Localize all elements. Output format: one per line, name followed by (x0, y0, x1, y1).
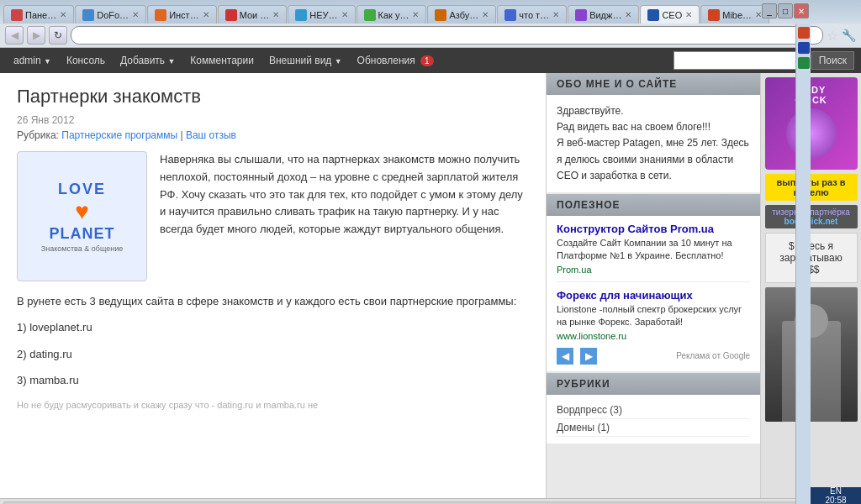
ad-next-button[interactable]: ▶ (580, 348, 597, 365)
post-lower-3: 2) dating.ru (17, 344, 529, 364)
ad-earn-content: $ Здесь язарабатываю $$$ (773, 240, 850, 276)
tab-8[interactable]: что т… ✕ (497, 5, 567, 24)
tab-close-9[interactable]: ✕ (625, 10, 631, 19)
sidebar: ОБО МНЕ И О САЙТЕ Здравствуйте.Рад видет… (546, 73, 760, 498)
close-button[interactable]: ✕ (794, 3, 809, 18)
ad-footer: ◀ ▶ Реклама от Google (557, 348, 750, 365)
tab-5[interactable]: НЕУ… ✕ (288, 5, 355, 24)
admin-menu-updates[interactable]: Обновления 1 (351, 51, 441, 70)
tab-2[interactable]: DoFo… ✕ (75, 5, 146, 24)
rubric-link-2[interactable]: Ваш отзыв (186, 129, 236, 141)
ad-link-1[interactable]: Конструктор Сайтов Prom.ua (557, 223, 750, 235)
extension-icon-1[interactable] (798, 27, 810, 39)
ad-link-2[interactable]: Форекс для начинающих (557, 289, 750, 302)
ad-tizer-brand: bodyclick.net (768, 217, 855, 226)
toolbar-search-area: Поиск (673, 51, 854, 70)
ad-person-figure (782, 321, 841, 422)
tab-close-4[interactable]: ✕ (272, 10, 279, 19)
admin-menu-appearance[interactable]: Внешний вид ▼ (262, 51, 349, 70)
browser-extensions-bar (795, 24, 811, 504)
sidebar-rubrics-title: РУБРИКИ (547, 373, 760, 395)
scroll-track[interactable] (3, 501, 858, 505)
sidebar-about-text: Здравствуйте.Рад видеть вас на своем бло… (557, 105, 749, 181)
extension-icon-2[interactable] (798, 42, 810, 54)
tab-11[interactable]: Mibe… ✕ (700, 5, 769, 24)
tab-close-10[interactable]: ✕ (685, 10, 692, 19)
rubric-link-1[interactable]: Партнерские программы (61, 129, 177, 141)
post-body-top: LOVE ♥ PLANET Знакомства & общение Навер… (17, 151, 529, 281)
tab-3[interactable]: Инст… ✕ (147, 5, 217, 24)
tab-4[interactable]: Мои … ✕ (218, 5, 288, 24)
ad-desc-2: Lionstone -полный спектр брокерских услу… (557, 303, 750, 329)
ad-url-1: Prom.ua (557, 265, 750, 275)
post-meta: Рубрика: Партнерские программы | Ваш отз… (17, 129, 529, 141)
tab-icon-2 (82, 9, 94, 21)
logo-bottom-text: PLANET (41, 225, 123, 243)
extension-icon-3[interactable] (798, 57, 810, 69)
ad-earn-text[interactable]: $ Здесь язарабатываю $$$ (765, 233, 858, 283)
ad-prev-button[interactable]: ◀ (557, 348, 573, 365)
sidebar-about-section: ОБО МНЕ И О САЙТЕ Здравствуйте.Рад видет… (547, 73, 760, 192)
post-title: Партнерки знакомств (17, 86, 529, 108)
toolbar-search-input[interactable] (673, 51, 808, 70)
tab-icon-11 (708, 9, 720, 21)
bodyclick-banner[interactable]: BODY CLICK (765, 77, 858, 170)
toolbar-search-button[interactable]: Поиск (811, 51, 854, 70)
updates-badge: 1 (420, 55, 434, 66)
admin-menu-add[interactable]: Добавить ▼ (114, 51, 182, 70)
tab-close-1[interactable]: ✕ (60, 10, 66, 19)
admin-menu-console[interactable]: Консоль (60, 51, 112, 70)
right-ad-column: BODY CLICK выплаты раз в неделю тизерная… (760, 73, 861, 498)
ad-google-label: Реклама от Google (676, 351, 750, 360)
tab-icon-3 (155, 9, 166, 21)
address-bar: ◀ ▶ ↻ seo.znaiy.ru ☆ 🔧 (0, 24, 861, 48)
ad-person-bg (765, 287, 858, 422)
tab-close-7[interactable]: ✕ (482, 10, 489, 19)
tab-icon-9 (575, 9, 587, 21)
tab-6[interactable]: Как у… ✕ (357, 5, 427, 24)
rubric-item-1[interactable]: Вордпресс (3) (557, 402, 750, 419)
tab-9[interactable]: Видж… ✕ (568, 5, 639, 24)
window-controls: _ □ ✕ (762, 0, 811, 18)
post-lower-1: В рунете есть 3 ведущих сайта в сфере зн… (17, 291, 529, 311)
logo-sub-text: Знакомства & общение (41, 244, 123, 253)
post-lower-content: В рунете есть 3 ведущих сайта в сфере зн… (17, 291, 529, 413)
tab-bar: Пане… ✕ DoFo… ✕ Инст… ✕ Мои … ✕ НЕУ… ✕ К… (0, 0, 861, 24)
appearance-dropdown-arrow: ▼ (335, 57, 342, 66)
settings-icon[interactable]: 🔧 (842, 29, 856, 42)
tab-close-8[interactable]: ✕ (552, 10, 559, 19)
ad-person-image[interactable] (765, 287, 858, 422)
tab-close-11[interactable]: ✕ (755, 10, 762, 19)
post-date: 26 Янв 2012 (17, 114, 529, 126)
tab-close-2[interactable]: ✕ (132, 10, 139, 19)
post-body-text: Наверняка вы слышали, что на партнерках … (160, 151, 529, 281)
tab-10[interactable]: CEO ✕ (640, 5, 700, 24)
address-input[interactable]: seo.znaiy.ru (71, 26, 823, 45)
refresh-button[interactable]: ↻ (49, 26, 67, 45)
minimize-button[interactable]: _ (762, 3, 777, 18)
back-button[interactable]: ◀ (5, 26, 24, 45)
ad-payouts-text[interactable]: выплаты раз в неделю (765, 174, 858, 201)
sidebar-rubrics-content: Вордпресс (3) Домены (1) (547, 395, 760, 444)
bookmark-button[interactable]: ☆ (827, 28, 838, 44)
admin-menu-admin[interactable]: admin ▼ (7, 51, 58, 70)
maximize-button[interactable]: □ (778, 3, 793, 18)
post-lower-5: Но не буду расмусоривать и скажу сразу ч… (17, 397, 529, 414)
tab-close-5[interactable]: ✕ (341, 10, 348, 19)
rubric-item-2[interactable]: Домены (1) (557, 419, 750, 437)
tab-1[interactable]: Пане… ✕ (3, 5, 74, 24)
tab-icon-8 (504, 9, 516, 21)
system-clock: EN 20:58 (811, 487, 861, 504)
admin-toolbar: admin ▼ Консоль Добавить ▼ Комментарии В… (0, 48, 861, 73)
tab-close-3[interactable]: ✕ (203, 10, 209, 19)
tab-7[interactable]: Азбу… ✕ (427, 5, 496, 24)
love-planet-logo: LOVE ♥ PLANET Знакомства & общение (41, 181, 123, 253)
sidebar-rubrics-section: РУБРИКИ Вордпресс (3) Домены (1) (547, 373, 760, 444)
forward-button[interactable]: ▶ (27, 26, 45, 45)
sidebar-useful-title: ПОЛЕЗНОЕ (547, 194, 760, 216)
logo-top-text: LOVE (41, 181, 123, 198)
tab-close-6[interactable]: ✕ (412, 10, 419, 19)
horizontal-scrollbar[interactable] (0, 498, 861, 504)
admin-menu-comments[interactable]: Комментарии (183, 51, 261, 70)
tab-icon-4 (225, 9, 237, 21)
